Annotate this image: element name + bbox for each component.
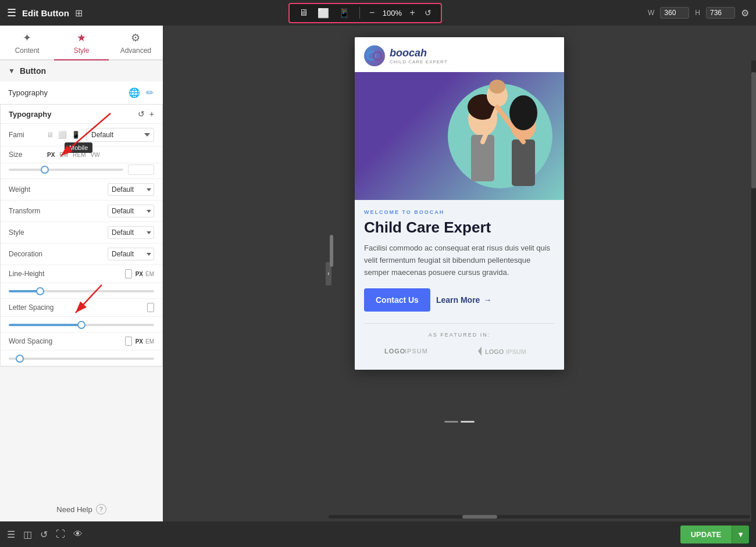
help-icon: ? <box>96 504 106 514</box>
zoom-out-button[interactable]: − <box>366 6 378 19</box>
tab-style[interactable]: ★ Style <box>54 26 108 60</box>
logo-text-group: boocah CHILD CARE EXPERT <box>390 47 448 65</box>
preview-button[interactable]: 👁 <box>73 529 83 539</box>
word-spacing-device-icon <box>125 337 132 346</box>
contact-us-button[interactable]: Contact Us <box>364 288 430 312</box>
logo-row: LOGO IPSUM LOGO IPSUM <box>364 345 555 358</box>
learn-more-button[interactable]: Learn More → <box>436 295 491 305</box>
transform-label: Transform <box>9 207 108 215</box>
typography-edit-button[interactable]: ✏ <box>145 86 155 99</box>
logo-ipsum-1: LOGO IPSUM <box>384 345 437 358</box>
ws-em-label[interactable]: EM <box>145 338 154 345</box>
px-unit[interactable]: PX <box>45 151 56 159</box>
preview-hero <box>355 72 564 200</box>
typo-panel-header: Typography ↺ + <box>1 105 162 124</box>
typo-panel-actions: ↺ + <box>138 109 154 119</box>
weight-select[interactable]: Default <box>108 183 154 196</box>
desktop-device-button[interactable]: 🖥 <box>295 6 312 19</box>
word-spacing-slider[interactable] <box>9 357 154 360</box>
hero-illustration <box>355 72 564 200</box>
style-select[interactable]: Default <box>108 226 154 239</box>
style-label: Style <box>9 228 108 237</box>
zoom-reset-button[interactable]: ↺ <box>421 7 435 19</box>
letter-spacing-row: Letter Spacing <box>1 299 162 317</box>
settings-button[interactable]: ⚙ <box>741 8 749 19</box>
letter-spacing-slider[interactable] <box>9 324 154 326</box>
logo-name: boocah <box>390 47 448 59</box>
lh-em-label[interactable]: EM <box>145 271 154 277</box>
svg-marker-14 <box>478 346 482 356</box>
toolbar-divider <box>359 7 360 19</box>
decoration-label: Decoration <box>9 250 108 258</box>
need-help-label: Need Help <box>56 505 92 514</box>
size-value-input[interactable] <box>128 165 154 175</box>
letter-spacing-label: Letter Spacing <box>9 303 147 312</box>
update-button[interactable]: UPDATE <box>680 525 732 544</box>
word-spacing-row: Word Spacing PX EM <box>1 333 162 351</box>
scroll-dot-2 <box>461 421 475 423</box>
hamburger-button[interactable]: ☰ <box>7 6 16 19</box>
top-bar: ☰ Edit Button ⊞ 🖥 ⬜ 📱 − 100% + ↺ W 360 H… <box>0 0 756 26</box>
typo-reset-button[interactable]: ↺ <box>138 109 145 119</box>
word-spacing-slider-container <box>1 351 162 366</box>
ws-px-label[interactable]: PX <box>135 338 143 345</box>
letter-spacing-device-icon <box>147 303 154 312</box>
size-label: Size <box>9 151 41 159</box>
layers-button[interactable]: ◫ <box>23 529 32 540</box>
transform-select[interactable]: Default <box>108 205 154 217</box>
bottom-scrollbar-track <box>329 515 750 519</box>
bottom-bar: ☰ ◫ ↺ ⛶ 👁 UPDATE ▼ <box>0 521 756 547</box>
left-canvas-scrollbar[interactable] <box>330 235 333 267</box>
size-slider[interactable] <box>9 169 123 171</box>
style-tab-icon: ★ <box>77 31 86 44</box>
line-height-slider[interactable] <box>9 290 154 292</box>
right-scrollbar-thumb[interactable] <box>751 72 756 188</box>
page-title: Edit Button <box>22 8 69 18</box>
mobile-device-button[interactable]: 📱 <box>335 6 354 20</box>
tablet-device-button[interactable]: ⬜ <box>314 6 333 20</box>
mobile-small-button[interactable]: 📱 Mobile <box>70 130 81 140</box>
main-layout: ✦ Content ★ Style ⚙ Advanced ▼ Button Ty… <box>0 26 756 521</box>
update-dropdown-button[interactable]: ▼ <box>732 525 749 544</box>
tab-advanced[interactable]: ⚙ Advanced <box>109 26 163 60</box>
boocah-logo: boocah CHILD CARE EXPERT <box>364 45 448 66</box>
device-toolbar: 🖥 ⬜ 📱 − 100% + ↺ <box>288 3 442 23</box>
advanced-tab-icon: ⚙ <box>131 31 140 44</box>
typography-icons: 🌐 ✏ <box>127 86 155 99</box>
family-select[interactable]: Default <box>86 128 154 142</box>
hamburger-bottom-button[interactable]: ☰ <box>7 529 15 540</box>
word-spacing-units: PX EM <box>135 338 154 345</box>
decoration-select[interactable]: Default <box>108 248 154 260</box>
logo-sub: CHILD CARE EXPERT <box>390 59 448 65</box>
preview-body: WELCOME TO BOOCAH Child Care Expert Faci… <box>355 200 564 370</box>
line-height-units: PX EM <box>135 271 154 277</box>
bottom-scrollbar-thumb[interactable] <box>462 515 497 519</box>
line-height-right: PX EM <box>125 269 154 278</box>
svg-text:IPSUM: IPSUM <box>405 348 428 355</box>
content-tab-icon: ✦ <box>23 31 31 44</box>
top-bar-left: ☰ Edit Button ⊞ <box>7 6 83 19</box>
svg-text:LOGO: LOGO <box>384 348 405 355</box>
arrow-right-icon: → <box>483 295 491 305</box>
word-spacing-right: PX EM <box>125 337 154 346</box>
panel-tabs: ✦ Content ★ Style ⚙ Advanced <box>0 26 163 60</box>
transform-row: Transform Default <box>1 201 162 222</box>
canvas-area: ‹ boocah CHILD CARE EXPERT <box>163 26 756 521</box>
history-button[interactable]: ↺ <box>40 529 48 540</box>
tablet-small-button[interactable]: ⬜ <box>57 130 68 140</box>
lh-px-label[interactable]: PX <box>135 271 143 277</box>
desktop-small-button[interactable]: 🖥 <box>45 130 55 140</box>
typo-add-button[interactable]: + <box>149 109 154 119</box>
typography-global-button[interactable]: 🌐 <box>127 86 141 99</box>
grid-view-button[interactable]: ⊞ <box>75 8 83 19</box>
tab-content[interactable]: ✦ Content <box>0 26 54 60</box>
decoration-row: Decoration Default <box>1 244 162 265</box>
featured-label: AS FEATURED IN: <box>364 332 555 338</box>
logo-ipsum-2: LOGO IPSUM <box>477 345 535 357</box>
zoom-in-button[interactable]: + <box>406 6 418 19</box>
button-section-header[interactable]: ▼ Button <box>0 60 163 81</box>
need-help-row[interactable]: Need Help ? <box>0 497 163 521</box>
responsive-button[interactable]: ⛶ <box>56 529 65 539</box>
learn-more-label: Learn More <box>436 295 480 305</box>
letter-spacing-slider-container <box>1 317 162 333</box>
